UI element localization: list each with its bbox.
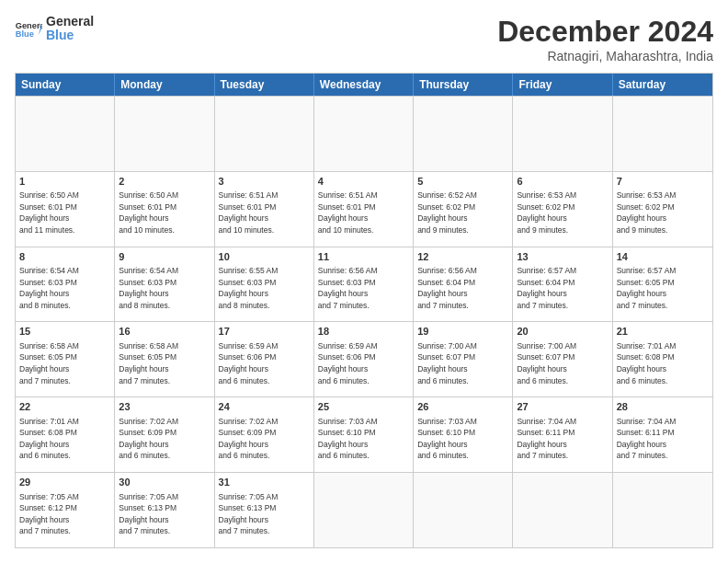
logo: General Blue General Blue	[15, 15, 94, 43]
day-info: Sunrise: 6:54 AMSunset: 6:03 PMDaylight …	[19, 266, 79, 310]
calendar-cell: 7Sunrise: 6:53 AMSunset: 6:02 PMDaylight…	[613, 172, 712, 247]
calendar-cell: 16Sunrise: 6:58 AMSunset: 6:05 PMDayligh…	[115, 322, 214, 396]
calendar-cell: 17Sunrise: 6:59 AMSunset: 6:06 PMDayligh…	[215, 322, 314, 396]
day-number: 7	[617, 175, 709, 189]
calendar-cell: 8Sunrise: 6:54 AMSunset: 6:03 PMDaylight…	[16, 247, 115, 322]
day-info: Sunrise: 6:56 AMSunset: 6:03 PMDaylight …	[318, 266, 378, 310]
day-number: 22	[19, 400, 110, 414]
calendar-cell: 24Sunrise: 7:02 AMSunset: 6:09 PMDayligh…	[215, 397, 314, 472]
title-area: December 2024 Ratnagiri, Maharashtra, In…	[497, 15, 713, 63]
calendar-cell	[16, 97, 115, 171]
calendar-cell	[513, 473, 612, 547]
day-number: 14	[617, 250, 709, 264]
calendar-cell	[513, 97, 612, 171]
day-number: 1	[19, 175, 110, 189]
day-number: 13	[517, 250, 608, 264]
location: Ratnagiri, Maharashtra, India	[497, 49, 713, 63]
day-number: 4	[318, 175, 409, 189]
day-info: Sunrise: 6:55 AMSunset: 6:03 PMDaylight …	[219, 266, 279, 310]
day-number: 15	[19, 325, 110, 339]
calendar-cell	[613, 97, 712, 171]
calendar-cell: 29Sunrise: 7:05 AMSunset: 6:12 PMDayligh…	[16, 473, 115, 547]
calendar-cell: 10Sunrise: 6:55 AMSunset: 6:03 PMDayligh…	[215, 247, 314, 322]
day-number: 26	[417, 400, 508, 414]
day-info: Sunrise: 7:05 AMSunset: 6:13 PMDaylight …	[119, 492, 178, 536]
logo-blue: Blue	[46, 29, 94, 42]
calendar-cell: 9Sunrise: 6:54 AMSunset: 6:03 PMDaylight…	[115, 247, 214, 322]
day-info: Sunrise: 6:58 AMSunset: 6:05 PMDaylight …	[19, 341, 79, 385]
logo-general: General	[46, 15, 94, 29]
day-info: Sunrise: 6:57 AMSunset: 6:05 PMDaylight …	[617, 266, 677, 310]
calendar: Sunday Monday Tuesday Wednesday Thursday…	[15, 73, 713, 548]
calendar-cell: 3Sunrise: 6:51 AMSunset: 6:01 PMDaylight…	[215, 172, 314, 247]
calendar-cell: 31Sunrise: 7:05 AMSunset: 6:13 PMDayligh…	[215, 473, 314, 547]
calendar-cell	[215, 97, 314, 171]
calendar-cell: 23Sunrise: 7:02 AMSunset: 6:09 PMDayligh…	[115, 397, 214, 472]
col-wednesday: Wednesday	[314, 74, 414, 96]
calendar-cell	[314, 97, 414, 171]
day-info: Sunrise: 6:59 AMSunset: 6:06 PMDaylight …	[318, 341, 378, 385]
month-title: December 2024	[497, 15, 713, 49]
col-tuesday: Tuesday	[215, 74, 314, 96]
day-info: Sunrise: 7:01 AMSunset: 6:08 PMDaylight …	[19, 417, 79, 461]
calendar-cell: 12Sunrise: 6:56 AMSunset: 6:04 PMDayligh…	[414, 247, 513, 322]
calendar-cell: 27Sunrise: 7:04 AMSunset: 6:11 PMDayligh…	[513, 397, 612, 472]
calendar-cell: 15Sunrise: 6:58 AMSunset: 6:05 PMDayligh…	[16, 322, 115, 396]
day-number: 2	[119, 175, 210, 189]
day-info: Sunrise: 7:02 AMSunset: 6:09 PMDaylight …	[119, 417, 178, 461]
day-number: 18	[318, 325, 409, 339]
calendar-cell: 13Sunrise: 6:57 AMSunset: 6:04 PMDayligh…	[513, 247, 612, 322]
calendar-cell: 2Sunrise: 6:50 AMSunset: 6:01 PMDaylight…	[115, 172, 214, 247]
calendar-cell	[414, 97, 513, 171]
calendar-cell: 30Sunrise: 7:05 AMSunset: 6:13 PMDayligh…	[115, 473, 214, 547]
calendar-row	[16, 96, 712, 171]
day-info: Sunrise: 6:51 AMSunset: 6:01 PMDaylight …	[219, 190, 279, 235]
calendar-cell: 18Sunrise: 6:59 AMSunset: 6:06 PMDayligh…	[314, 322, 414, 396]
day-info: Sunrise: 7:04 AMSunset: 6:11 PMDaylight …	[617, 417, 677, 461]
day-info: Sunrise: 6:50 AMSunset: 6:01 PMDaylight …	[119, 190, 178, 235]
calendar-row: 1Sunrise: 6:50 AMSunset: 6:01 PMDaylight…	[16, 171, 712, 247]
logo-icon: General Blue	[15, 19, 42, 38]
calendar-cell: 21Sunrise: 7:01 AMSunset: 6:08 PMDayligh…	[613, 322, 712, 396]
calendar-cell: 5Sunrise: 6:52 AMSunset: 6:02 PMDaylight…	[414, 172, 513, 247]
day-info: Sunrise: 6:50 AMSunset: 6:01 PMDaylight …	[19, 190, 79, 235]
calendar-cell: 14Sunrise: 6:57 AMSunset: 6:05 PMDayligh…	[613, 247, 712, 322]
calendar-cell: 1Sunrise: 6:50 AMSunset: 6:01 PMDaylight…	[16, 172, 115, 247]
calendar-cell	[613, 473, 712, 547]
calendar-cell	[414, 473, 513, 547]
day-info: Sunrise: 6:57 AMSunset: 6:04 PMDaylight …	[517, 266, 576, 310]
day-number: 12	[417, 250, 508, 264]
day-info: Sunrise: 6:54 AMSunset: 6:03 PMDaylight …	[119, 266, 178, 310]
day-number: 31	[219, 476, 310, 489]
day-info: Sunrise: 7:00 AMSunset: 6:07 PMDaylight …	[517, 341, 576, 385]
calendar-page: General Blue General Blue December 2024 …	[0, 0, 728, 563]
day-number: 11	[318, 250, 409, 264]
day-number: 28	[617, 400, 709, 414]
calendar-body: 1Sunrise: 6:50 AMSunset: 6:01 PMDaylight…	[16, 96, 712, 547]
calendar-cell: 22Sunrise: 7:01 AMSunset: 6:08 PMDayligh…	[16, 397, 115, 472]
day-number: 3	[219, 175, 310, 189]
day-info: Sunrise: 6:52 AMSunset: 6:02 PMDaylight …	[417, 190, 477, 235]
day-info: Sunrise: 7:03 AMSunset: 6:10 PMDaylight …	[417, 417, 477, 461]
day-number: 25	[318, 400, 409, 414]
day-number: 30	[119, 476, 210, 489]
calendar-row: 8Sunrise: 6:54 AMSunset: 6:03 PMDaylight…	[16, 247, 712, 322]
day-info: Sunrise: 7:02 AMSunset: 6:09 PMDaylight …	[219, 417, 279, 461]
day-number: 17	[219, 325, 310, 339]
day-number: 24	[219, 400, 310, 414]
day-number: 19	[417, 325, 508, 339]
calendar-cell: 28Sunrise: 7:04 AMSunset: 6:11 PMDayligh…	[613, 397, 712, 472]
day-number: 21	[617, 325, 709, 339]
day-info: Sunrise: 6:58 AMSunset: 6:05 PMDaylight …	[119, 341, 178, 385]
day-number: 20	[517, 325, 608, 339]
calendar-cell: 4Sunrise: 6:51 AMSunset: 6:01 PMDaylight…	[314, 172, 414, 247]
day-number: 9	[119, 250, 210, 264]
day-info: Sunrise: 7:04 AMSunset: 6:11 PMDaylight …	[517, 417, 576, 461]
day-info: Sunrise: 7:01 AMSunset: 6:08 PMDaylight …	[617, 341, 677, 385]
col-sunday: Sunday	[16, 74, 115, 96]
calendar-cell: 11Sunrise: 6:56 AMSunset: 6:03 PMDayligh…	[314, 247, 414, 322]
calendar-row: 22Sunrise: 7:01 AMSunset: 6:08 PMDayligh…	[16, 396, 712, 472]
calendar-header: Sunday Monday Tuesday Wednesday Thursday…	[16, 74, 712, 96]
day-number: 5	[417, 175, 508, 189]
header: General Blue General Blue December 2024 …	[15, 15, 713, 63]
